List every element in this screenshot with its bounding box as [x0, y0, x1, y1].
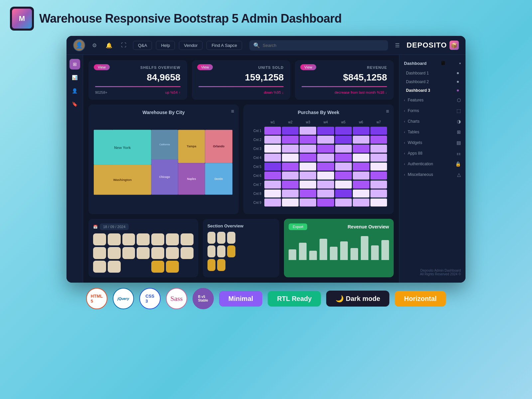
sidebar-item-charts[interactable]: ‹ Charts ◑: [399, 116, 466, 127]
left-icon-bookmark[interactable]: 🔖: [69, 99, 80, 109]
date-badge: 18 / 09 / 2024: [100, 223, 129, 230]
stat-view-btn-revenue[interactable]: View: [300, 64, 316, 70]
search-input[interactable]: [263, 43, 384, 48]
sidebar-item-tables[interactable]: ‹ Tables ⊞: [399, 127, 466, 137]
sidebar-dashboard-header[interactable]: Dashboard 🖥 ▾: [399, 58, 466, 69]
sidebar-item-dashboard1[interactable]: Dashboard 1: [399, 69, 466, 77]
pill-minimal[interactable]: Minimal: [219, 291, 262, 307]
badge-bootstrap: B v5Stable: [193, 288, 214, 309]
sidebar-item-dashboard2[interactable]: Dashboard 2: [399, 77, 466, 86]
svg-text:Orlando: Orlando: [213, 145, 224, 148]
heatmap-cell: [353, 172, 369, 180]
heatmap-row-label: Cnt 3: [250, 145, 263, 153]
heatmap-cell: [264, 172, 281, 180]
find-space-button[interactable]: Find A Sapce: [206, 41, 242, 50]
chevron-left-icon: ‹: [404, 130, 405, 134]
heatmap-cell: [264, 181, 281, 189]
heatmap-cell: [264, 154, 281, 162]
stat-footer-units: down %95 ↓: [199, 90, 284, 94]
heatmap-cell: [282, 190, 299, 198]
bell-icon[interactable]: 🔔: [104, 40, 114, 51]
mini-tile: [166, 261, 179, 273]
dashboard-icon: 🖥: [440, 60, 446, 66]
heatmap-cell: [300, 127, 316, 135]
heatmap-cell: [264, 127, 281, 135]
sidebar-dashboard-title: Dashboard: [404, 61, 427, 66]
mini-tile: [93, 233, 106, 245]
settings-icon[interactable]: ⚙: [89, 40, 100, 51]
left-icon-home[interactable]: ⊞: [69, 59, 80, 69]
heatmap-row-label: Cnt 4: [250, 154, 263, 162]
sidebar-item-features[interactable]: ‹ Features ⬡: [399, 95, 466, 105]
heatmap-cell: [300, 181, 316, 189]
revenue-bar: [350, 233, 358, 260]
heatmap-card: Purchase By Week ≡ w1 w2 w3 w4 w5 w6 w7: [243, 104, 394, 214]
section-overview-card: Section Overview: [203, 219, 280, 277]
revenue-card: Export Revenue Overview: [284, 219, 394, 277]
heatmap-cell: [370, 172, 387, 180]
stat-view-btn-shelfs[interactable]: View: [94, 64, 110, 70]
heatmap-col-w7: w7: [370, 120, 387, 125]
section-tile: [227, 232, 235, 244]
expand-icon[interactable]: ⛶: [118, 40, 129, 51]
revenue-bar-fill: [320, 239, 327, 260]
heatmap-cell: [370, 154, 387, 162]
mini-tile: [166, 233, 179, 245]
heatmap-menu-icon[interactable]: ≡: [386, 108, 389, 114]
stat-view-btn-units[interactable]: View: [197, 64, 213, 70]
content-area: View SHELFS OVERVIEW 84,9658 90258+ up %…: [83, 55, 399, 283]
heatmap-cell: [282, 145, 299, 153]
menu-icon[interactable]: ☰: [392, 40, 403, 51]
heatmap-container: w1 w2 w3 w4 w5 w6 w7 Cnt 1Cnt 2Cnt 3Cnt …: [249, 119, 388, 209]
auth-icon: 🔒: [455, 161, 461, 167]
sidebar-item-forms[interactable]: ‹ Forms ⬚: [399, 105, 466, 116]
mini-tile: [122, 247, 135, 259]
mini-tile: [122, 233, 135, 245]
heatmap-cell: [282, 127, 299, 135]
treemap-svg: Miami New York California Tampa: [94, 119, 233, 205]
sidebar-item-dashboard3[interactable]: Dashboard 3: [399, 86, 466, 95]
treemap-menu-icon[interactable]: ≡: [231, 108, 234, 114]
sidebar-item-widgets[interactable]: ‹ Widgets ▤: [399, 137, 466, 148]
help-button[interactable]: Help: [156, 41, 175, 50]
sidebar-label-tables: Tables: [408, 130, 419, 134]
pill-dark[interactable]: 🌙 Dark mode: [326, 291, 389, 307]
heatmap-row: Cnt 1: [250, 127, 387, 135]
mini-tiles-row3: [93, 261, 194, 273]
heatmap-row: Cnt 6: [250, 172, 387, 180]
apps-icon: ⚏: [457, 151, 461, 156]
pill-rtl[interactable]: RTL Ready: [268, 291, 321, 307]
sidebar-item-misc[interactable]: ‹ Miscellaneous △: [399, 169, 466, 180]
sidebar-label-apps: Apps 88: [408, 151, 422, 156]
qa-button[interactable]: Q&A: [133, 41, 152, 50]
pill-horizontal[interactable]: Horizontal: [395, 291, 446, 307]
banner-title: Warehouse Responsive Bootstrap 5 Admin D…: [39, 12, 342, 26]
heatmap-cell: [335, 127, 352, 135]
left-icon-graph[interactable]: 📊: [69, 72, 80, 83]
heatmap-cell: [317, 145, 334, 153]
left-icon-user[interactable]: 👤: [69, 85, 80, 96]
heatmap-cell: [335, 199, 352, 206]
charts-row: Warehouse By City ≡ Miami New York: [88, 104, 394, 214]
heatmap-row: Cnt 9: [250, 199, 387, 206]
vendor-button[interactable]: Vendor: [179, 41, 202, 50]
chevron-left-icon: ‹: [404, 120, 405, 123]
revenue-bar-fill: [361, 236, 368, 260]
sidebar-item-auth[interactable]: ‹ Authentication 🔒: [399, 159, 466, 169]
heatmap-cell: [335, 190, 352, 198]
revenue-bar: [330, 233, 337, 260]
avatar[interactable]: 👤: [73, 39, 85, 51]
heatmap-cell: [353, 181, 369, 189]
mini-tile: [137, 233, 150, 245]
section-tile-golden: [227, 245, 235, 257]
heatmap-cell: [282, 181, 299, 189]
heatmap-col-w2: w2: [282, 120, 299, 125]
sidebar-item-apps[interactable]: ‹ Apps 88 ⚏: [399, 148, 466, 159]
mini-tile: [93, 261, 106, 273]
heatmap-cell: [282, 163, 299, 171]
heatmap-cell: [370, 181, 387, 189]
revenue-bar-fill: [340, 241, 348, 260]
section-tiles-row3: [207, 259, 275, 271]
heatmap-row-label: Cnt 8: [250, 190, 263, 198]
export-button[interactable]: Export: [289, 223, 307, 230]
